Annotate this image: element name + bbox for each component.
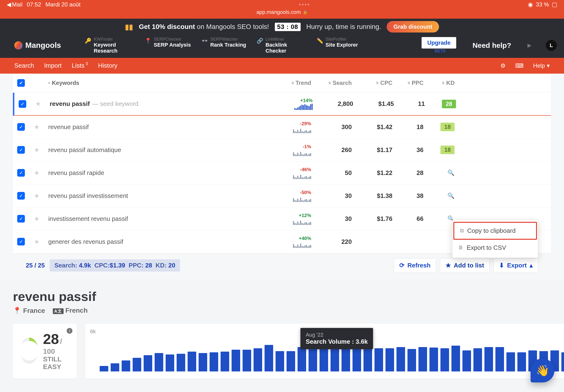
kd-value: 28 — [43, 331, 59, 347]
col-cpc[interactable]: CPC — [380, 80, 392, 86]
refresh-button[interactable]: ⟳Refresh — [394, 258, 436, 273]
search-icon[interactable]: 🔍 — [447, 169, 454, 176]
table-row[interactable]: ✓★revenu passif rapide-46%50$1.2228🔍 — [13, 162, 551, 184]
select-all-checkbox[interactable]: ✓ — [17, 79, 25, 87]
status-time: 07:52 — [27, 1, 41, 8]
favorite-star-icon[interactable]: ★ — [34, 146, 40, 154]
row-count: 25 / 25 — [26, 262, 45, 269]
sparkline — [263, 127, 311, 133]
tab-dots-icon — [299, 4, 309, 5]
tab-import[interactable]: Import — [44, 62, 62, 69]
sort-icon[interactable]: ⇅ — [407, 81, 410, 85]
ppc-cell: 11 — [394, 100, 425, 108]
chat-fab[interactable]: 👋 — [531, 359, 554, 382]
info-icon[interactable]: i — [67, 328, 72, 334]
back-to-mail[interactable]: ◀ Mail — [7, 1, 22, 8]
promo-hurry-text: Hurry up, time is running. — [306, 23, 381, 31]
mangools-nav: Mangools 🔑 KWFinderKeyword Research 📍 SE… — [0, 35, 564, 58]
search-icon[interactable]: 🔍 — [447, 192, 454, 199]
volume-bar — [353, 348, 361, 371]
tool-linkminer[interactable]: 🔗 LinkMinerBacklink Checker — [257, 37, 306, 54]
user-avatar[interactable]: L — [546, 40, 557, 51]
kd-label: STILL EASY — [43, 355, 69, 371]
wifi-icon: ◉ — [528, 1, 533, 8]
keyword-cell: revenu passif investissement — [48, 192, 263, 200]
sort-icon[interactable]: ⇅ — [291, 81, 294, 85]
favorite-star-icon[interactable]: ★ — [34, 192, 40, 199]
trend-cell: +14% — [265, 98, 313, 110]
pin-icon: 📍 — [145, 38, 151, 44]
volume-bar — [100, 366, 108, 371]
tool-siteprofiler[interactable]: ✏️ SiteProfilerSite Explorer — [317, 37, 358, 54]
trend-cell: +12% — [263, 213, 311, 225]
settings-icon[interactable]: ⚙ — [500, 62, 506, 69]
kd-card: i 28 / 100 STILL EASY — [13, 324, 77, 379]
cpc-cell: $1.42 — [352, 123, 392, 131]
search-cell: 260 — [311, 146, 352, 154]
col-keywords[interactable]: Keywords — [52, 80, 79, 86]
ppc-cell: 18 — [392, 123, 424, 131]
tab-lists[interactable]: Lists0 — [72, 62, 88, 69]
tool-serpwatcher[interactable]: 👓 SERPWatcherRank Tracking — [201, 37, 246, 54]
url-text: app.mangools.com — [256, 9, 301, 15]
keyboard-icon[interactable]: ⌨ — [515, 62, 524, 69]
row-checkbox[interactable]: ✓ — [17, 169, 25, 177]
table-row[interactable]: ✓★revenu passif investissement-50%30$1.3… — [13, 184, 551, 208]
col-ppc[interactable]: PPC — [412, 80, 424, 86]
keyword-cell: revenu passif rapide — [48, 169, 263, 177]
row-checkbox[interactable]: ✓ — [17, 215, 25, 223]
export-button[interactable]: ⬇Export ▴ — [494, 258, 538, 273]
promo-rest-text: on Mangools SEO tools! — [197, 23, 269, 30]
tool-kwfinder[interactable]: 🔑 KWFinderKeyword Research — [85, 37, 134, 54]
favorite-star-icon[interactable]: ★ — [35, 100, 41, 107]
export-menu: ⧉Copy to clipboard 🗎Export to CSV — [452, 220, 538, 258]
row-checkbox[interactable]: ✓ — [17, 146, 25, 154]
mangools-logo[interactable]: Mangools — [14, 41, 61, 50]
row-checkbox[interactable]: ✓ — [19, 100, 26, 108]
volume-bar — [397, 347, 405, 371]
col-trend[interactable]: Trend — [296, 80, 311, 86]
row-checkbox[interactable]: ✓ — [17, 123, 25, 131]
col-search[interactable]: Search — [333, 80, 352, 86]
sort-icon[interactable]: ⇅ — [328, 81, 331, 85]
favorite-star-icon[interactable]: ★ — [34, 123, 40, 130]
export-copy-clipboard[interactable]: ⧉Copy to clipboard — [453, 222, 537, 240]
tool-serpchecker[interactable]: 📍 SERPCheckerSERP Analysis — [145, 37, 191, 54]
tab-history[interactable]: History — [98, 62, 117, 69]
browser-url-bar[interactable]: app.mangools.com 🔒 — [0, 9, 564, 19]
keyword-detail: revenu passif 📍 France A文 French i 28 / … — [0, 280, 564, 388]
col-kd[interactable]: KD — [446, 80, 454, 86]
row-checkbox[interactable]: ✓ — [17, 192, 25, 200]
export-csv[interactable]: 🗎Export to CSV — [452, 240, 538, 256]
download-icon: ⬇ — [499, 262, 504, 269]
trend-cell: +40% — [263, 236, 311, 248]
table-row[interactable]: ✓★revenue passif-29%300$1.421818 — [13, 116, 551, 139]
volume-bar — [374, 348, 383, 371]
volume-bar — [363, 348, 372, 371]
favorite-star-icon[interactable]: ★ — [34, 238, 40, 245]
sparkline — [263, 219, 311, 225]
row-checkbox[interactable]: ✓ — [17, 238, 25, 245]
tool-tabs: 🔑 KWFinderKeyword Research 📍 SERPChecker… — [85, 37, 412, 54]
keyword-cell: revenue passif — [48, 123, 263, 131]
table-row[interactable]: ✓★revenu passif — seed keyword+14%2,800$… — [13, 93, 551, 116]
nav-next-icon[interactable]: ▶ — [527, 42, 532, 49]
help-dropdown[interactable]: Help ▾ — [533, 62, 550, 69]
volume-chart-card: 6k Aug '22 Search Volume : 3.6k — [85, 324, 564, 379]
add-to-list-button[interactable]: ★Add to list — [440, 258, 490, 273]
grab-discount-button[interactable]: Grab discount — [387, 21, 439, 32]
location-pin-icon: 📍 — [13, 307, 21, 314]
sort-keywords-icon[interactable]: ▾ — [48, 81, 50, 85]
sort-icon[interactable]: ⇅ — [442, 81, 445, 85]
search-cell: 30 — [311, 192, 352, 200]
tab-search[interactable]: Search — [14, 62, 34, 69]
favorite-star-icon[interactable]: ★ — [34, 215, 40, 222]
volume-bar — [275, 351, 284, 371]
table-row[interactable]: ✓★revenu passif automatique-1%260$1.1736… — [13, 139, 551, 162]
favorite-star-icon[interactable]: ★ — [34, 169, 40, 176]
need-help-button[interactable]: Need help? — [472, 41, 511, 49]
upgrade-button[interactable]: Upgrade — [422, 37, 456, 49]
volume-bar — [199, 353, 207, 371]
ppc-cell: 38 — [392, 192, 424, 200]
sort-icon[interactable]: ⇅ — [376, 81, 379, 85]
